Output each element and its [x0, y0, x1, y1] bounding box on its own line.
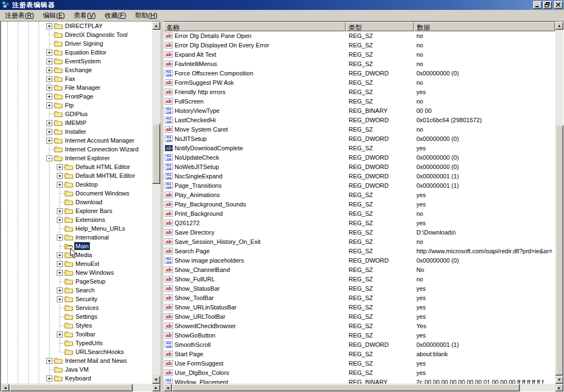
value-row-formsuggest-pw-ask[interactable]: abFormSuggest PW AskREG_SZno [164, 78, 555, 88]
value-row-search-page[interactable]: abSearch PageREG_SZhttp://www.microsoft.… [164, 247, 555, 256]
tree-item-directplay[interactable]: +DIRECTPLAY [1, 21, 152, 30]
tree-item-eventsystem[interactable]: +EventSystem [1, 57, 152, 66]
tree-item-urlsearchhooks[interactable]: URLSearchHooks [1, 347, 152, 356]
value-row-friendly-http-errors[interactable]: abFriendly http errorsREG_SZyes [164, 88, 555, 97]
value-row-expand-alt-text[interactable]: abExpand Alt TextREG_SZno [164, 50, 555, 59]
value-row-window-placement[interactable]: 011110Window_PlacementREG_BINARY2c 00 00… [164, 378, 555, 384]
list-horizontal-scrollbar-thumb[interactable] [172, 384, 520, 391]
tree-item-label[interactable]: MenuExt [74, 260, 100, 268]
value-row-start-page[interactable]: abStart PageREG_SZabout:blank [164, 350, 555, 359]
value-row-error-dlg-details-pane-open[interactable]: abError Dlg Details Pane OpenREG_SZno [164, 31, 555, 41]
tree-item-label[interactable]: Search [74, 286, 96, 294]
tree-item-document-windows[interactable]: Document Windows [1, 189, 152, 198]
value-row-noupdatecheck[interactable]: 011110NoUpdateCheckREG_DWORD0x00000000 (… [164, 153, 555, 162]
tree-item-label[interactable]: Internet Explorer [64, 154, 111, 162]
tree-item-driver-signing[interactable]: Driver Signing [1, 39, 152, 48]
tree-scroll-right-button[interactable] [152, 384, 160, 391]
tree-item-keyboard[interactable]: +Keyboard [1, 374, 152, 383]
tree-item-international[interactable]: +International [1, 233, 152, 242]
registry-key-tree[interactable]: +DIRECTPLAYDirectX Diagnostic ToolDriver… [1, 21, 152, 384]
expand-plus-toggle[interactable]: + [57, 182, 63, 188]
value-row-show-statusbar[interactable]: abShow_StatusBarREG_SZyes [164, 284, 555, 293]
tree-horizontal-scrollbar-thumb[interactable] [9, 384, 133, 391]
titlebar[interactable]: 注册表编辑器 [0, 0, 564, 10]
tree-item-label[interactable]: Default MHTML Editor [74, 172, 136, 179]
tree-item-label[interactable]: DIRECTPLAY [64, 22, 104, 30]
tree-item-search[interactable]: +Search [1, 286, 152, 295]
tree-item-label[interactable]: Extensions [74, 216, 106, 224]
expand-plus-toggle[interactable]: + [57, 331, 63, 337]
tree-item-new-windows[interactable]: +New Windows [1, 268, 152, 277]
column-header-data[interactable]: 数据 [414, 22, 555, 31]
column-header-type[interactable]: 类型 [346, 22, 414, 31]
tree-item-file-manager[interactable]: +File Manager [1, 83, 152, 92]
tree-vertical-scrollbar[interactable] [152, 21, 160, 384]
expand-plus-toggle[interactable]: + [46, 23, 52, 29]
menu-help[interactable]: 帮助(H) [131, 10, 162, 21]
tree-item-imemip[interactable]: +IMEMIP [1, 118, 152, 127]
tree-item-directx-diagnostic-tool[interactable]: DirectX Diagnostic Tool [1, 30, 152, 39]
tree-item-label[interactable]: New Windows [74, 269, 115, 276]
expand-plus-toggle[interactable]: + [57, 208, 63, 214]
tree-item-exchange[interactable]: +Exchange [1, 66, 152, 74]
tree-item-styles[interactable]: Styles [1, 321, 152, 330]
tree-item-label[interactable]: Security [74, 295, 99, 303]
tree-item-label[interactable]: Java VM [64, 366, 90, 373]
menu-edit[interactable]: 编辑(E) [39, 10, 69, 21]
tree-item-internet-account-manager[interactable]: +Internet Account Manager [1, 136, 152, 145]
tree-item-download[interactable]: Download [1, 198, 152, 206]
tree-item-desktop[interactable]: +Desktop [1, 180, 152, 189]
value-row-showgobutton[interactable]: abShowGoButtonREG_SZyes [164, 331, 555, 340]
tree-item-explorer-bars[interactable]: +Explorer Bars [1, 206, 152, 215]
value-row-nowebjitsetup[interactable]: 011110NoWebJITSetupREG_DWORD0x00000000 (… [164, 162, 555, 172]
value-row-show-urlinstatusbar[interactable]: abShow_URLinStatusBarREG_SZyes [164, 303, 555, 312]
tree-item-label[interactable]: Internet Connection Wizard [64, 145, 139, 153]
value-row-q261272[interactable]: abQ261272REG_SZyes [164, 219, 555, 228]
value-row-smoothscroll[interactable]: 011110SmoothScrollREG_DWORD0x00000001 (1… [164, 340, 555, 350]
tree-item-internet-connection-wizard[interactable]: Internet Connection Wizard [1, 145, 152, 154]
tree-item-label[interactable]: Desktop [74, 181, 99, 188]
value-row-page-transitions[interactable]: 011110Page_TransitionsREG_DWORD0x0000000… [164, 181, 555, 190]
value-row-showedcheckbrowser[interactable]: abShowedCheckBrowserREG_SZYes [164, 322, 555, 331]
close-button[interactable] [554, 1, 563, 9]
value-row-play-animations[interactable]: abPlay_AnimationsREG_SZyes [164, 190, 555, 200]
expand-plus-toggle[interactable]: + [57, 252, 63, 258]
tree-item-label[interactable]: Settings [74, 313, 99, 320]
tree-item-label[interactable]: Keyboard [64, 374, 92, 382]
expand-plus-toggle[interactable]: + [46, 85, 52, 91]
expand-plus-toggle[interactable]: + [46, 138, 52, 144]
expand-plus-toggle[interactable]: + [46, 375, 52, 382]
value-row-nscsingleexpand[interactable]: 011110NscSingleExpandREG_DWORD0x00000001… [164, 172, 555, 181]
tree-item-label[interactable]: Default HTML Editor [74, 163, 131, 171]
tree-item-label[interactable]: Services [74, 304, 100, 312]
tree-item-java-vm[interactable]: Java VM [1, 365, 152, 374]
tree-item-label[interactable]: Explorer Bars [74, 207, 113, 215]
tree-item-label[interactable]: International [74, 233, 110, 241]
tree-item-installer[interactable]: +Installer [1, 127, 152, 136]
expand-plus-toggle[interactable]: + [46, 50, 52, 56]
tree-item-label[interactable]: URLSearchHooks [74, 348, 125, 356]
menu-registry[interactable]: 注册表(R) [1, 10, 39, 21]
tree-item-label[interactable]: Internet Account Manager [64, 137, 135, 144]
value-row-fullscreen[interactable]: abFullScreenREG_SZno [164, 97, 555, 106]
value-row-show-fullurl[interactable]: abShow_FullURLREG_SZno [164, 275, 555, 284]
tree-vertical-scrollbar-thumb[interactable] [152, 123, 160, 184]
expand-plus-toggle[interactable]: + [57, 270, 63, 276]
value-row-lastcheckedhi[interactable]: 011110LastCheckedHiREG_DWORD0x01c6bc64 (… [164, 116, 555, 125]
tree-item-label[interactable]: FrontPage [64, 92, 94, 100]
expand-plus-toggle[interactable]: + [57, 217, 63, 223]
tree-item-label[interactable]: Installer [64, 128, 88, 135]
tree-scroll-up-button[interactable] [152, 21, 160, 30]
tree-item-extensions[interactable]: +Extensions [1, 215, 152, 224]
expand-plus-toggle[interactable]: + [46, 67, 52, 73]
tree-item-label[interactable]: IMEMIP [64, 119, 88, 127]
tree-item-typedurls[interactable]: TypedUrls [1, 339, 152, 347]
value-row-use-formsuggest[interactable]: abUse FormSuggestREG_SZyes [164, 359, 555, 368]
expand-plus-toggle[interactable]: + [57, 261, 63, 267]
tree-item-equation-editor[interactable]: +Equation Editor [1, 48, 152, 57]
tree-item-label[interactable]: Styles [74, 322, 93, 329]
tree-item-label[interactable]: Help_Menu_URLs [74, 225, 126, 232]
column-header-name[interactable]: 名称 [164, 22, 346, 31]
value-row-show-urltoolbar[interactable]: abShow_URLToolBarREG_SZyes [164, 312, 555, 322]
tree-item-label[interactable]: TypedUrls [74, 339, 104, 347]
